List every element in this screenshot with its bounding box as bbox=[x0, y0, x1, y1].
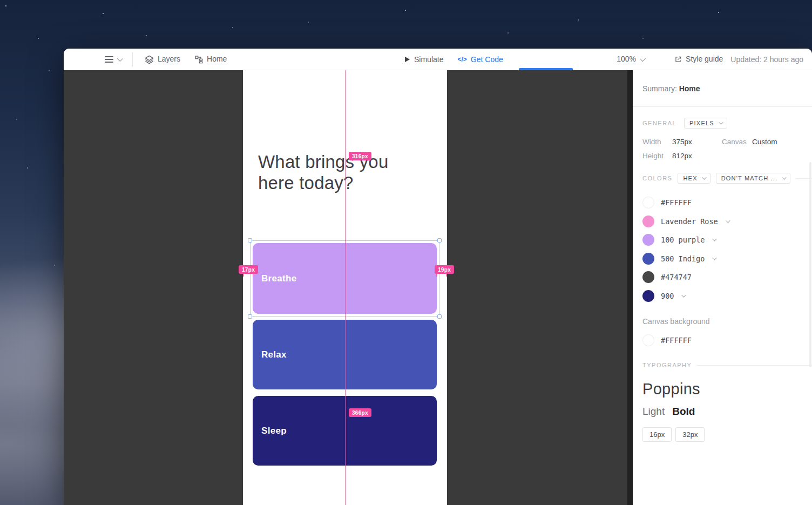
chevron-down-icon bbox=[640, 56, 646, 62]
color-name: 500 Indigo bbox=[661, 254, 705, 263]
layers-icon bbox=[145, 55, 154, 64]
hamburger-icon bbox=[105, 55, 113, 64]
general-section-label: GENERAL bbox=[642, 120, 676, 126]
color-swatch bbox=[642, 197, 654, 208]
style-guide-label: Style guide bbox=[686, 55, 723, 64]
dimensions-grid: Width 375px Canvas Custom Height 812px bbox=[642, 138, 801, 160]
measurement-badge-top: 316px bbox=[349, 152, 371, 160]
color-swatch bbox=[642, 334, 654, 346]
selection-handle[interactable] bbox=[248, 238, 252, 243]
color-match-value: DON'T MATCH ... bbox=[721, 175, 778, 181]
typography-section-header: TYPOGRAPHY bbox=[642, 362, 801, 368]
home-label: Home bbox=[207, 55, 227, 64]
font-size-chip-32[interactable]: 32px bbox=[675, 427, 705, 442]
color-swatch bbox=[642, 234, 654, 246]
units-dropdown-value: PIXELS bbox=[689, 120, 714, 126]
chevron-down-icon bbox=[782, 175, 786, 179]
color-format-dropdown[interactable]: HEX bbox=[678, 173, 710, 184]
section-divider bbox=[633, 106, 812, 107]
selection-handle[interactable] bbox=[248, 314, 252, 319]
summary-row: Summary: Home bbox=[642, 84, 801, 93]
color-swatch bbox=[642, 216, 654, 227]
font-name: Poppins bbox=[642, 380, 801, 398]
measurement-badge-left: 17px bbox=[239, 265, 258, 274]
colors-section-label: COLORS bbox=[642, 175, 672, 181]
inspector-sidebar: Summary: Home GENERAL PIXELS Width bbox=[633, 70, 812, 505]
canvas-background-value: #FFFFFF bbox=[661, 336, 692, 345]
color-name: 900 bbox=[661, 292, 674, 300]
chevron-down-icon bbox=[702, 175, 706, 179]
external-link-icon bbox=[674, 56, 682, 63]
sitemap-icon bbox=[194, 55, 203, 64]
toolbar: Layers Home Simulate </> Get Code bbox=[64, 49, 812, 70]
main-menu-button[interactable] bbox=[105, 55, 121, 64]
chevron-down-icon bbox=[117, 56, 123, 62]
simulate-button[interactable]: Simulate bbox=[404, 55, 443, 64]
color-row-474747[interactable]: #474747 bbox=[642, 268, 801, 287]
font-size-chip-16[interactable]: 16px bbox=[642, 427, 672, 442]
color-name: Lavender Rose bbox=[661, 217, 718, 226]
section-rule bbox=[697, 365, 812, 366]
summary-value: Home bbox=[679, 84, 700, 93]
selection-handle[interactable] bbox=[437, 238, 442, 243]
color-name: 100 purple bbox=[661, 235, 705, 244]
chevron-down-icon[interactable] bbox=[726, 218, 730, 223]
height-label: Height bbox=[642, 152, 672, 160]
artboard-heading[interactable]: What brings you here today? bbox=[258, 151, 420, 193]
home-breadcrumb-button[interactable]: Home bbox=[194, 55, 227, 64]
canvas-value: Custom bbox=[752, 138, 796, 146]
color-row-lavender-rose[interactable]: Lavender Rose bbox=[642, 212, 801, 231]
chevron-down-icon[interactable] bbox=[712, 237, 716, 241]
canvas-background-label: Canvas background bbox=[642, 317, 801, 326]
color-row-500-indigo[interactable]: 500 Indigo bbox=[642, 250, 801, 268]
font-weights: LightBold bbox=[642, 406, 801, 418]
color-row-900[interactable]: 900 bbox=[642, 287, 801, 306]
canvas-label: Canvas bbox=[722, 138, 752, 146]
font-sizes: 16px 32px bbox=[642, 427, 801, 442]
zoom-level-dropdown[interactable]: 100% bbox=[617, 55, 644, 64]
desktop: Layers Home Simulate </> Get Code bbox=[0, 0, 812, 505]
color-swatch bbox=[642, 271, 654, 283]
color-swatch bbox=[642, 290, 654, 302]
color-row-100-purple[interactable]: 100 purple bbox=[642, 231, 801, 250]
chevron-down-icon[interactable] bbox=[712, 255, 716, 260]
canvas-background-row[interactable]: #FFFFFF bbox=[642, 334, 801, 346]
weight-bold-label: Bold bbox=[672, 406, 695, 417]
measurement-badge-bottom: 366px bbox=[349, 408, 371, 417]
code-icon: </> bbox=[457, 56, 466, 63]
general-section-header: GENERAL PIXELS bbox=[642, 118, 801, 129]
weight-light-label: Light bbox=[642, 406, 665, 417]
colors-section-header: COLORS HEX DON'T MATCH ... bbox=[642, 173, 801, 184]
vertical-guide-line bbox=[345, 70, 346, 505]
chevron-down-icon[interactable] bbox=[682, 293, 686, 297]
get-code-label: Get Code bbox=[471, 55, 503, 64]
artboard-home[interactable]: What brings you here today? Breathe Rela… bbox=[243, 70, 447, 505]
color-row-white[interactable]: #FFFFFF bbox=[642, 193, 801, 212]
app-window: Layers Home Simulate </> Get Code bbox=[64, 49, 812, 505]
style-guide-link[interactable]: Style guide bbox=[674, 55, 723, 64]
updated-timestamp: Updated: 2 hours ago bbox=[730, 55, 803, 64]
width-label: Width bbox=[642, 138, 672, 146]
sidebar-scrollbar[interactable] bbox=[809, 162, 811, 367]
simulate-label: Simulate bbox=[414, 55, 443, 64]
units-dropdown[interactable]: PIXELS bbox=[684, 118, 727, 129]
stars-decoration bbox=[5, 5, 6, 6]
canvas-scrollbar[interactable] bbox=[627, 70, 633, 505]
color-format-value: HEX bbox=[683, 175, 697, 181]
canvas-area[interactable]: What brings you here today? Breathe Rela… bbox=[64, 70, 627, 505]
measurement-badge-right: 19px bbox=[435, 265, 454, 274]
get-code-tab[interactable]: </> Get Code bbox=[457, 55, 503, 64]
layers-label: Layers bbox=[158, 55, 180, 64]
zoom-level-value: 100% bbox=[617, 55, 636, 64]
color-name: #474747 bbox=[661, 273, 692, 281]
chevron-down-icon bbox=[719, 120, 723, 124]
width-value: 375px bbox=[672, 138, 716, 146]
height-value: 812px bbox=[672, 152, 716, 160]
color-match-dropdown[interactable]: DON'T MATCH ... bbox=[716, 173, 791, 184]
selection-handle[interactable] bbox=[437, 314, 442, 319]
layers-button[interactable]: Layers bbox=[145, 55, 180, 64]
color-name: #FFFFFF bbox=[661, 198, 692, 207]
workspace: What brings you here today? Breathe Rela… bbox=[64, 70, 812, 505]
toolbar-divider bbox=[132, 52, 133, 66]
typography-section-label: TYPOGRAPHY bbox=[642, 362, 692, 368]
